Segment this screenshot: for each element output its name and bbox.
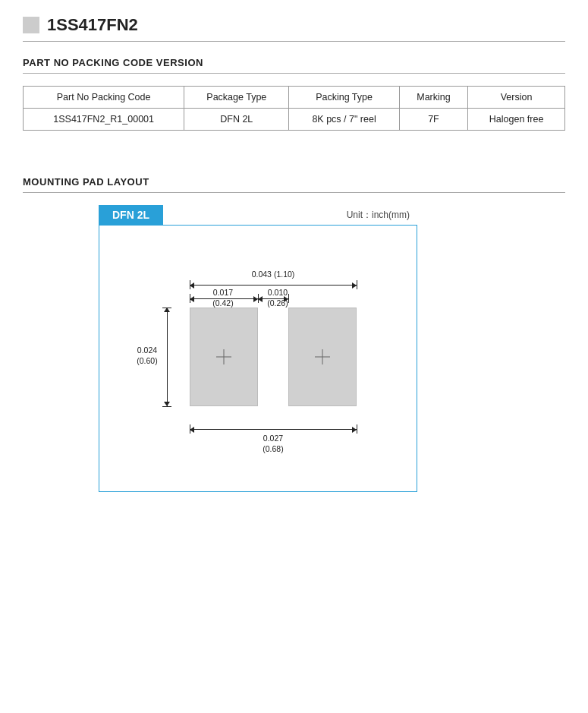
cell-package-type: DFN 2L	[184, 109, 289, 131]
tick-bottom-right	[357, 424, 357, 434]
dimension-height-arrow	[167, 308, 168, 406]
tick-top-left	[190, 280, 190, 289]
dimension-top-arrow	[190, 285, 357, 286]
table-header-row: Part No Packing Code Package Type Packin…	[24, 87, 565, 109]
mounting-pad-section: MOUNTING PAD LAYOUT DFN 2L Unit：inch(mm)…	[23, 176, 565, 492]
dim-gap: 0.010(0.26)	[255, 288, 300, 308]
packing-code-section: PART NO PACKING CODE VERSION Part No Pac…	[23, 57, 565, 131]
col-header-version: Version	[468, 87, 565, 109]
page-header: 1SS417FN2	[23, 15, 565, 42]
packing-table: Part No Packing Code Package Type Packin…	[23, 86, 565, 131]
tick-bottom-left	[190, 424, 190, 434]
table-row: 1SS417FN2_R1_00001 DFN 2L 8K pcs / 7" re…	[24, 109, 565, 131]
dim-height: 0.024(0.60)	[129, 345, 165, 366]
unit-label: Unit：inch(mm)	[347, 209, 417, 222]
document-icon	[23, 17, 39, 33]
tick-height-bottom	[162, 406, 171, 407]
tick-top-right	[357, 280, 357, 289]
packing-section-title: PART NO PACKING CODE VERSION	[23, 57, 565, 74]
cell-marking: 7F	[399, 109, 467, 131]
col-header-packing-type: Packing Type	[289, 87, 399, 109]
pad-layout-diagram: 0.043 (1.10) 0.017(0.42) 0.010(0.26)	[99, 225, 417, 492]
package-header: DFN 2L Unit：inch(mm)	[99, 205, 417, 225]
mounting-section-title: MOUNTING PAD LAYOUT	[23, 176, 565, 193]
crosshair-right	[289, 308, 356, 405]
pad-right	[288, 308, 357, 406]
package-label: DFN 2L	[99, 205, 163, 225]
cell-version: Halogen free	[468, 109, 565, 131]
dimension-bottom-arrow	[190, 429, 357, 430]
pad-left	[190, 308, 258, 406]
cell-packing-type: 8K pcs / 7" reel	[289, 109, 399, 131]
dim-top-span: 0.043 (1.10)	[235, 270, 311, 280]
col-header-marking: Marking	[399, 87, 467, 109]
col-header-part-no: Part No Packing Code	[24, 87, 184, 109]
tick-height-top	[162, 308, 171, 308]
dim-left-offset: 0.017(0.42)	[193, 288, 253, 308]
col-header-package-type: Package Type	[184, 87, 289, 109]
page-title: 1SS417FN2	[47, 15, 138, 35]
cell-part-no: 1SS417FN2_R1_00001	[24, 109, 184, 131]
crosshair-left	[190, 308, 257, 405]
dim-bottom-span: 0.027(0.68)	[231, 434, 315, 454]
pad-diagram: 0.043 (1.10) 0.017(0.42) 0.010(0.26)	[114, 241, 402, 476]
tick-offset-left	[190, 294, 190, 303]
